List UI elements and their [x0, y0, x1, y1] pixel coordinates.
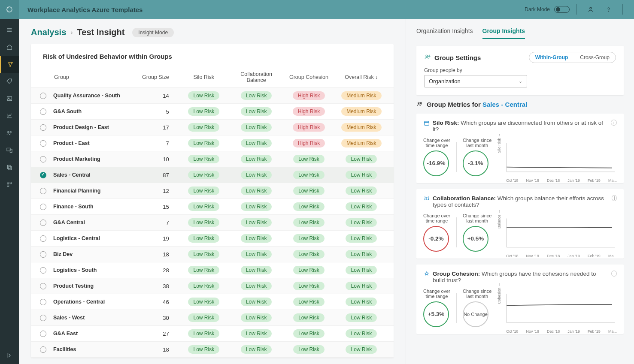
nav-image-icon[interactable]	[0, 90, 19, 107]
row-radio[interactable]	[40, 220, 46, 226]
collab-balance-badge: Low Risk	[241, 345, 272, 354]
nav-menu-icon[interactable]	[0, 21, 19, 39]
row-group-size: 5	[136, 108, 178, 115]
row-radio[interactable]	[40, 315, 46, 321]
seg-cross-group[interactable]: Cross-Group	[574, 52, 616, 63]
nav-devices-icon[interactable]	[0, 141, 19, 159]
row-radio[interactable]	[40, 124, 46, 131]
col-size[interactable]: Group Size	[136, 74, 178, 80]
metric-title: Group Cohesion:	[433, 271, 480, 277]
info-icon[interactable]: i	[612, 195, 617, 201]
table-row[interactable]: Product Design - East 17 Low Risk Low Ri…	[31, 120, 394, 135]
overall-risk-badge: Low Risk	[346, 218, 377, 227]
col-silo[interactable]: Silo Risk	[178, 74, 230, 80]
table-row[interactable]: Biz Dev 18 Low Risk Low Risk Low Risk Lo…	[31, 247, 394, 262]
col-group[interactable]: Group	[52, 74, 136, 80]
col-cohesion[interactable]: Group Cohesion	[282, 74, 335, 80]
help-icon[interactable]	[602, 3, 616, 16]
row-radio[interactable]	[40, 283, 46, 289]
row-radio[interactable]	[40, 251, 46, 258]
nav-expand-icon[interactable]	[0, 347, 19, 364]
table-row[interactable]: Product Marketing 10 Low Risk Low Risk L…	[31, 151, 394, 167]
silo-risk-badge: Low Risk	[188, 91, 219, 100]
col-overall[interactable]: Overall Risk ↓	[335, 74, 388, 80]
change-month-ring: -3.1%	[463, 150, 488, 176]
group-settings-card: Group Settings Within-Group Cross-Group …	[416, 46, 624, 95]
overall-risk-badge: Low Risk	[346, 155, 377, 163]
table-row[interactable]: Logistics - South 28 Low Risk Low Risk L…	[31, 262, 394, 278]
nav-copy-icon[interactable]	[0, 159, 19, 176]
table-row[interactable]: Operations - Central 46 Low Risk Low Ris…	[31, 294, 394, 310]
nav-home-icon[interactable]	[0, 39, 19, 56]
row-radio[interactable]	[40, 331, 46, 337]
row-radio[interactable]	[40, 204, 46, 210]
table-row[interactable]: Product - East 7 Low Risk Low Risk High …	[31, 135, 394, 151]
group-cohesion-badge: Low Risk	[293, 266, 325, 274]
row-radio[interactable]	[40, 299, 46, 305]
table-row[interactable]: G&A Central 7 Low Risk Low Risk Low Risk…	[31, 215, 394, 231]
table-row[interactable]: G&A South 5 Low Risk Low Risk High Risk …	[31, 104, 394, 120]
silo-risk-badge: Low Risk	[188, 234, 219, 243]
collab-balance-badge: Low Risk	[241, 139, 272, 147]
overall-risk-badge: Low Risk	[346, 345, 377, 354]
breadcrumb-root[interactable]: Analysis	[31, 27, 66, 37]
group-by-select[interactable]: Organization ⌄	[424, 75, 527, 87]
silo-risk-badge: Low Risk	[188, 123, 219, 132]
table-row[interactable]: Product Testing 38 Low Risk Low Risk Low…	[31, 278, 394, 294]
table-row[interactable]: Finance - South 15 Low Risk Low Risk Low…	[31, 199, 394, 215]
svg-point-5	[9, 66, 11, 67]
tab-org-insights[interactable]: Organization Insights	[416, 27, 473, 39]
row-radio[interactable]	[40, 188, 46, 194]
row-group-name: Product Testing	[52, 283, 136, 289]
info-icon[interactable]: i	[611, 120, 617, 126]
table-row[interactable]: G&A East 27 Low Risk Low Risk Low Risk L…	[31, 326, 394, 342]
table-row[interactable]: Financial Planning 12 Low Risk Low Risk …	[31, 183, 394, 199]
group-cohesion-badge: Low Risk	[293, 202, 325, 211]
row-radio[interactable]	[40, 172, 46, 178]
nav-people-icon[interactable]	[0, 124, 19, 141]
tab-group-insights[interactable]: Group Insights	[482, 27, 525, 39]
row-group-name: Operations - Central	[52, 299, 136, 305]
dark-mode-toggle[interactable]	[554, 6, 570, 13]
row-radio[interactable]	[40, 108, 46, 115]
table-row[interactable]: Facilities 18 Low Risk Low Risk Low Risk…	[31, 342, 394, 358]
row-radio[interactable]	[40, 93, 46, 99]
table-row[interactable]: Sales - Central 87 Low Risk Low Risk Low…	[31, 167, 394, 183]
row-radio[interactable]	[40, 140, 46, 147]
mode-pill[interactable]: Insight Mode	[132, 28, 174, 37]
nav-tag-icon[interactable]	[0, 73, 19, 90]
row-radio[interactable]	[40, 235, 46, 242]
svg-rect-12	[7, 165, 10, 168]
row-group-name: G&A East	[52, 331, 136, 337]
table-row[interactable]: Logistics - Central 19 Low Risk Low Risk…	[31, 231, 394, 247]
row-radio[interactable]	[40, 346, 46, 353]
app-title: Workplace Analytics Azure Templates	[19, 6, 525, 13]
nav-chart-icon[interactable]	[0, 107, 19, 124]
row-group-size: 17	[136, 124, 178, 131]
collab-balance-badge: Low Risk	[241, 171, 272, 179]
change-month-ring: +0.5%	[463, 226, 488, 252]
nav-apps-icon[interactable]	[0, 176, 19, 193]
change-range-label: Change over time range	[423, 289, 450, 299]
main-pane: Analysis › Test Insight Insight Mode Ris…	[19, 19, 406, 364]
row-radio[interactable]	[40, 156, 46, 162]
row-radio[interactable]	[40, 267, 46, 274]
nav-network-icon[interactable]	[0, 56, 19, 73]
row-group-name: Sales - West	[52, 315, 136, 321]
change-month-ring: No Change	[463, 301, 488, 327]
seg-within-group[interactable]: Within-Group	[529, 52, 574, 63]
svg-point-1	[590, 7, 592, 9]
silo-risk-badge: Low Risk	[188, 171, 219, 179]
cohesion-icon	[423, 271, 430, 279]
group-scope-segmented[interactable]: Within-Group Cross-Group	[529, 52, 616, 63]
col-collab[interactable]: Collaboration Balance	[230, 71, 282, 83]
table-row[interactable]: Quality Assurance - South 14 Low Risk Lo…	[31, 88, 394, 104]
table-row[interactable]: Sales - West 30 Low Risk Low Risk Low Ri…	[31, 310, 394, 326]
metric-card-silo: Silo Risk: Which groups are disconnected…	[416, 114, 624, 183]
collab-balance-badge: Low Risk	[241, 218, 272, 227]
overall-risk-badge: Low Risk	[346, 266, 377, 274]
user-icon[interactable]	[584, 3, 598, 16]
info-icon[interactable]: i	[611, 271, 617, 277]
row-group-size: 38	[136, 283, 178, 289]
silo-risk-badge: Low Risk	[188, 298, 219, 306]
